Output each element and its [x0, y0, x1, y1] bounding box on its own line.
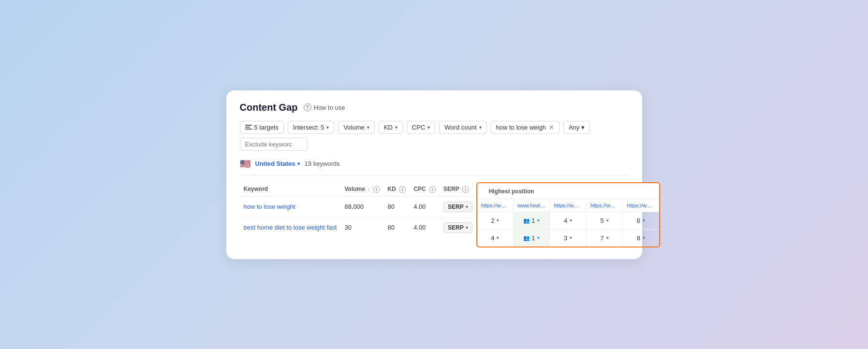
kd-label: KD — [384, 124, 393, 131]
keyword-cell-1: how to lose weight — [240, 196, 341, 217]
content-gap-card: Content Gap ? How to use 5 targets Inter… — [226, 90, 642, 259]
keyword-filter-chip: how to lose weigh ✕ — [491, 121, 559, 134]
kd-col-header: KD i — [384, 182, 410, 197]
keyword-link-2[interactable]: best home diet to lose weight fast — [244, 224, 337, 231]
kd-filter[interactable]: KD ▾ — [379, 121, 403, 134]
kd-info-icon[interactable]: i — [399, 186, 406, 193]
serp-badge-1[interactable]: SERP ▾ — [443, 202, 472, 212]
targets-filter[interactable]: 5 targets — [240, 121, 284, 134]
volume-sort-icon: ↓ — [368, 187, 370, 192]
intersect-arrow: ▾ — [326, 125, 329, 130]
keyword-col-header: Keyword — [240, 182, 341, 197]
keyword-link-1[interactable]: how to lose weight — [244, 203, 295, 210]
volume-info-icon[interactable]: i — [373, 186, 380, 193]
pos-arrow-2-2: ▾ — [537, 235, 540, 240]
pos-arrow-1-2: ▾ — [537, 218, 540, 223]
volume-cell-2: 30 — [340, 217, 383, 238]
kd-cell-1: 80 — [384, 196, 410, 217]
pos-arrow-1-1: ▾ — [497, 218, 499, 223]
highest-position-section: Highest position https://www.c www.healt… — [476, 182, 660, 247]
card-title: Content Gap — [240, 102, 298, 113]
location-name: United States — [255, 160, 295, 167]
pos-arrow-1-5: ▾ — [643, 218, 645, 223]
word-count-filter[interactable]: Word count ▾ — [439, 121, 486, 134]
highest-position-title: Highest position — [483, 185, 540, 198]
intersect-label: Intersect: 5 — [293, 124, 324, 131]
pos-arrow-2-1: ▾ — [497, 235, 499, 240]
volume-label: Volume — [343, 124, 364, 131]
table-row: best home diet to lose weight fast 30 80… — [240, 217, 476, 238]
url-header-4[interactable]: https://www.n — [587, 199, 623, 212]
us-flag: 🇺🇸 — [240, 159, 250, 169]
any-arrow: ▾ — [581, 124, 585, 131]
pos-cell-2-1[interactable]: 4 ▾ — [477, 230, 514, 247]
volume-cell-1: 88,000 — [340, 196, 383, 217]
how-to-use-link[interactable]: ? How to use — [304, 103, 345, 111]
filters-row: 5 targets Intersect: 5 ▾ Volume ▾ KD ▾ C… — [240, 121, 629, 151]
position-row-2: 4 ▾ 👥 1 ▾ 3 ▾ 7 ▾ 8 ▾ — [477, 230, 659, 247]
card-header: Content Gap ? How to use — [240, 102, 629, 113]
serp-col-header: SERP i — [440, 182, 476, 197]
pos-arrow-1-4: ▾ — [606, 218, 609, 223]
pos-arrow-1-3: ▾ — [570, 218, 572, 223]
pos-cell-1-5[interactable]: 6 ▾ — [623, 212, 659, 229]
cpc-cell-2: 4.00 — [410, 217, 440, 238]
pos-cell-1-4[interactable]: 5 ▾ — [587, 212, 623, 229]
url-header-2[interactable]: www.healthlin — [514, 199, 550, 212]
location-dropdown[interactable]: United States ▾ — [255, 160, 300, 167]
cpc-filter[interactable]: CPC ▾ — [407, 121, 435, 134]
pos-cell-1-2[interactable]: 👥 1 ▾ — [514, 212, 550, 229]
pos-arrow-2-4: ▾ — [606, 235, 609, 240]
cpc-col-header: CPC i — [410, 182, 440, 197]
pos-cell-2-2[interactable]: 👥 1 ▾ — [514, 230, 550, 247]
cpc-info-icon[interactable]: i — [429, 186, 436, 193]
any-dropdown[interactable]: Any ▾ — [563, 121, 590, 134]
kd-cell-2: 80 — [384, 217, 410, 238]
pos-arrow-2-3: ▾ — [570, 235, 572, 240]
keywords-table: Keyword Volume ↓ i KD i CPC — [240, 182, 476, 238]
keyword-cell-2: best home diet to lose weight fast — [240, 217, 341, 238]
kd-arrow: ▾ — [395, 125, 397, 130]
serp-info-icon[interactable]: i — [462, 186, 469, 193]
url-headers-row: https://www.c www.healthlin https://www.… — [477, 199, 659, 212]
pos-arrow-2-5: ▾ — [643, 235, 645, 240]
word-count-label: Word count — [444, 124, 476, 131]
volume-col-header[interactable]: Volume ↓ i — [340, 182, 383, 197]
cpc-label: CPC — [412, 124, 425, 131]
intersect-filter[interactable]: Intersect: 5 ▾ — [288, 121, 334, 134]
serp-cell-1: SERP ▾ — [440, 196, 476, 217]
any-label: Any — [569, 124, 579, 131]
position-row-1: 2 ▾ 👥 1 ▾ 4 ▾ 5 ▾ 6 ▾ — [477, 212, 659, 230]
url-header-1[interactable]: https://www.c — [477, 199, 514, 212]
location-arrow: ▾ — [297, 161, 300, 166]
main-table: Keyword Volume ↓ i KD i CPC — [240, 182, 629, 247]
url-header-3[interactable]: https://www.h — [550, 199, 586, 212]
featured-snippet-icon-2: 👥 — [523, 235, 530, 241]
keyword-filter-value: how to lose weigh — [496, 124, 546, 131]
pos-cell-2-3[interactable]: 3 ▾ — [550, 230, 586, 247]
help-icon: ? — [304, 103, 311, 111]
how-to-use-label: How to use — [314, 104, 345, 111]
pos-cell-2-4[interactable]: 7 ▾ — [587, 230, 623, 247]
serp-badge-2[interactable]: SERP ▾ — [443, 222, 472, 233]
exclude-input[interactable] — [240, 138, 308, 151]
keyword-filter-close[interactable]: ✕ — [549, 124, 554, 131]
volume-filter[interactable]: Volume ▾ — [338, 121, 374, 134]
volume-arrow: ▾ — [367, 125, 369, 130]
pos-cell-1-1[interactable]: 2 ▾ — [477, 212, 514, 229]
left-table-section: Keyword Volume ↓ i KD i CPC — [240, 182, 476, 247]
targets-icon — [245, 125, 252, 130]
featured-snippet-icon-1: 👥 — [523, 218, 530, 224]
pos-cell-1-3[interactable]: 4 ▾ — [550, 212, 586, 229]
highest-position-title-row: Highest position — [477, 183, 659, 199]
url-header-5[interactable]: https://www.h — [623, 199, 659, 212]
cpc-cell-1: 4.00 — [410, 196, 440, 217]
cpc-arrow: ▾ — [427, 125, 430, 130]
targets-label: 5 targets — [254, 124, 279, 131]
serp-cell-2: SERP ▾ — [440, 217, 476, 238]
keywords-count: 19 keywords — [305, 160, 340, 167]
pos-cell-2-5[interactable]: 8 ▾ — [623, 230, 659, 247]
word-count-arrow: ▾ — [479, 125, 482, 130]
location-row: 🇺🇸 United States ▾ 19 keywords — [240, 159, 629, 175]
table-row: how to lose weight 88,000 80 4.00 SERP ▾ — [240, 196, 476, 217]
